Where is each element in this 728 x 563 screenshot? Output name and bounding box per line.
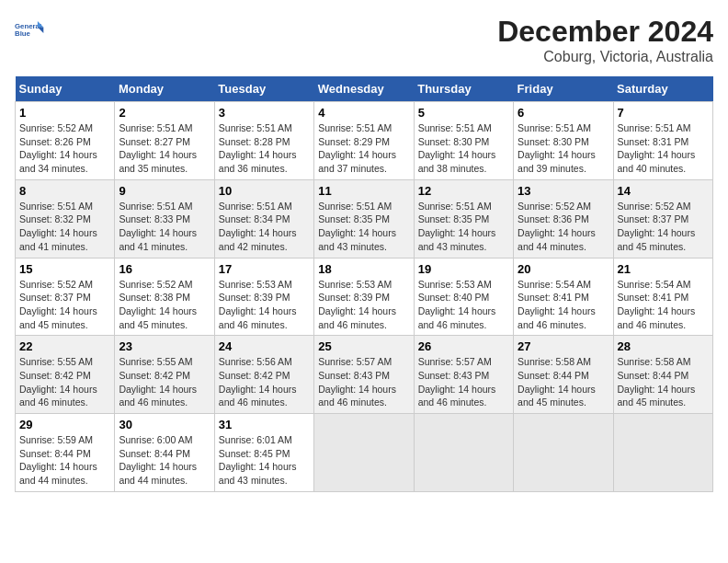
calendar-day-cell: 19Sunrise: 5:53 AM Sunset: 8:40 PM Dayli… [414, 258, 513, 336]
day-number: 14 [618, 184, 709, 198]
day-number: 27 [518, 339, 609, 353]
calendar-day-cell: 10Sunrise: 5:51 AM Sunset: 8:34 PM Dayli… [214, 179, 313, 258]
day-number: 24 [219, 339, 310, 353]
svg-text:Blue: Blue [15, 29, 31, 38]
page-title: December 2024 [497, 15, 713, 49]
day-info: Sunrise: 5:52 AM Sunset: 8:37 PM Dayligh… [19, 278, 110, 332]
day-number: 15 [19, 262, 110, 276]
day-number: 8 [19, 184, 110, 198]
day-number: 20 [518, 262, 609, 276]
day-info: Sunrise: 5:51 AM Sunset: 8:32 PM Dayligh… [19, 200, 110, 254]
day-info: Sunrise: 5:56 AM Sunset: 8:42 PM Dayligh… [219, 355, 310, 409]
calendar-week-row: 1Sunrise: 5:52 AM Sunset: 8:26 PM Daylig… [16, 102, 713, 180]
day-info: Sunrise: 5:58 AM Sunset: 8:44 PM Dayligh… [518, 355, 609, 409]
day-number: 29 [19, 418, 110, 431]
day-number: 28 [618, 339, 709, 353]
day-info: Sunrise: 5:57 AM Sunset: 8:43 PM Dayligh… [318, 355, 409, 409]
page-header: GeneralBlue December 2024 Coburg, Victor… [15, 15, 713, 65]
calendar-day-cell: 24Sunrise: 5:56 AM Sunset: 8:42 PM Dayli… [214, 336, 313, 414]
header-thursday: Thursday [414, 76, 513, 102]
day-info: Sunrise: 5:58 AM Sunset: 8:44 PM Dayligh… [618, 355, 709, 409]
day-info: Sunrise: 5:55 AM Sunset: 8:42 PM Dayligh… [19, 355, 110, 409]
header-saturday: Saturday [613, 76, 712, 102]
day-info: Sunrise: 5:53 AM Sunset: 8:40 PM Dayligh… [418, 278, 509, 332]
calendar-day-cell: 21Sunrise: 5:54 AM Sunset: 8:41 PM Dayli… [613, 258, 712, 336]
logo-icon: GeneralBlue [15, 15, 44, 44]
weekday-header-row: Sunday Monday Tuesday Wednesday Thursday… [16, 76, 713, 102]
calendar-day-cell: 15Sunrise: 5:52 AM Sunset: 8:37 PM Dayli… [16, 258, 115, 336]
calendar-week-row: 22Sunrise: 5:55 AM Sunset: 8:42 PM Dayli… [16, 336, 713, 414]
calendar-day-cell: 26Sunrise: 5:57 AM Sunset: 8:43 PM Dayli… [414, 336, 513, 414]
calendar-day-cell [414, 414, 513, 492]
calendar-day-cell: 28Sunrise: 5:58 AM Sunset: 8:44 PM Dayli… [613, 336, 712, 414]
calendar-week-row: 15Sunrise: 5:52 AM Sunset: 8:37 PM Dayli… [16, 258, 713, 336]
day-info: Sunrise: 5:51 AM Sunset: 8:28 PM Dayligh… [219, 121, 310, 176]
day-number: 19 [418, 262, 509, 276]
calendar-day-cell: 1Sunrise: 5:52 AM Sunset: 8:26 PM Daylig… [16, 102, 115, 180]
calendar-day-cell: 9Sunrise: 5:51 AM Sunset: 8:33 PM Daylig… [115, 179, 214, 258]
day-number: 11 [318, 184, 409, 198]
day-number: 1 [19, 106, 110, 120]
calendar-day-cell: 5Sunrise: 5:51 AM Sunset: 8:30 PM Daylig… [414, 102, 513, 180]
calendar-day-cell: 3Sunrise: 5:51 AM Sunset: 8:28 PM Daylig… [214, 102, 313, 180]
day-info: Sunrise: 5:57 AM Sunset: 8:43 PM Dayligh… [418, 355, 509, 409]
day-number: 21 [618, 262, 709, 276]
day-number: 26 [418, 339, 509, 353]
day-info: Sunrise: 5:52 AM Sunset: 8:38 PM Dayligh… [119, 278, 210, 332]
header-wednesday: Wednesday [314, 76, 414, 102]
calendar-day-cell: 17Sunrise: 5:53 AM Sunset: 8:39 PM Dayli… [214, 258, 313, 336]
calendar-day-cell: 11Sunrise: 5:51 AM Sunset: 8:35 PM Dayli… [314, 179, 414, 258]
calendar-day-cell: 8Sunrise: 5:51 AM Sunset: 8:32 PM Daylig… [16, 179, 115, 258]
calendar-week-row: 8Sunrise: 5:51 AM Sunset: 8:32 PM Daylig… [16, 179, 713, 258]
day-number: 22 [19, 339, 110, 353]
calendar-day-cell: 18Sunrise: 5:53 AM Sunset: 8:39 PM Dayli… [314, 258, 414, 336]
day-number: 4 [318, 106, 409, 120]
day-info: Sunrise: 5:52 AM Sunset: 8:26 PM Dayligh… [19, 121, 110, 176]
day-info: Sunrise: 5:53 AM Sunset: 8:39 PM Dayligh… [219, 278, 310, 332]
calendar-day-cell: 29Sunrise: 5:59 AM Sunset: 8:44 PM Dayli… [16, 414, 115, 492]
day-number: 16 [119, 262, 210, 276]
calendar-day-cell: 25Sunrise: 5:57 AM Sunset: 8:43 PM Dayli… [314, 336, 414, 414]
day-number: 3 [219, 106, 310, 120]
calendar-day-cell: 12Sunrise: 5:51 AM Sunset: 8:35 PM Dayli… [414, 179, 513, 258]
header-monday: Monday [115, 76, 214, 102]
page-subtitle: Coburg, Victoria, Australia [497, 49, 713, 65]
day-info: Sunrise: 6:01 AM Sunset: 8:45 PM Dayligh… [219, 433, 310, 488]
day-number: 13 [518, 184, 609, 198]
day-info: Sunrise: 6:00 AM Sunset: 8:44 PM Dayligh… [119, 433, 210, 488]
calendar-week-row: 29Sunrise: 5:59 AM Sunset: 8:44 PM Dayli… [16, 414, 713, 492]
day-info: Sunrise: 5:55 AM Sunset: 8:42 PM Dayligh… [119, 355, 210, 409]
calendar-day-cell: 13Sunrise: 5:52 AM Sunset: 8:36 PM Dayli… [514, 179, 613, 258]
day-number: 30 [119, 418, 210, 431]
day-info: Sunrise: 5:59 AM Sunset: 8:44 PM Dayligh… [19, 433, 110, 488]
day-number: 12 [418, 184, 509, 198]
day-number: 10 [219, 184, 310, 198]
calendar-day-cell: 20Sunrise: 5:54 AM Sunset: 8:41 PM Dayli… [514, 258, 613, 336]
day-info: Sunrise: 5:51 AM Sunset: 8:30 PM Dayligh… [418, 121, 509, 176]
day-info: Sunrise: 5:51 AM Sunset: 8:31 PM Dayligh… [618, 121, 709, 176]
title-area: December 2024 Coburg, Victoria, Australi… [497, 15, 713, 65]
day-info: Sunrise: 5:53 AM Sunset: 8:39 PM Dayligh… [318, 278, 409, 332]
day-number: 9 [119, 184, 210, 198]
header-friday: Friday [514, 76, 613, 102]
calendar-day-cell: 7Sunrise: 5:51 AM Sunset: 8:31 PM Daylig… [613, 102, 712, 180]
header-sunday: Sunday [16, 76, 115, 102]
calendar-day-cell: 14Sunrise: 5:52 AM Sunset: 8:37 PM Dayli… [613, 179, 712, 258]
day-info: Sunrise: 5:51 AM Sunset: 8:33 PM Dayligh… [119, 200, 210, 254]
day-number: 7 [618, 106, 709, 120]
calendar-day-cell: 27Sunrise: 5:58 AM Sunset: 8:44 PM Dayli… [514, 336, 613, 414]
header-tuesday: Tuesday [214, 76, 313, 102]
day-info: Sunrise: 5:51 AM Sunset: 8:35 PM Dayligh… [418, 200, 509, 254]
day-number: 18 [318, 262, 409, 276]
calendar-day-cell: 22Sunrise: 5:55 AM Sunset: 8:42 PM Dayli… [16, 336, 115, 414]
day-number: 31 [219, 418, 310, 431]
calendar-day-cell [314, 414, 414, 492]
day-info: Sunrise: 5:51 AM Sunset: 8:34 PM Dayligh… [219, 200, 310, 254]
day-info: Sunrise: 5:51 AM Sunset: 8:29 PM Dayligh… [318, 121, 409, 176]
day-info: Sunrise: 5:54 AM Sunset: 8:41 PM Dayligh… [618, 278, 709, 332]
logo: GeneralBlue [15, 15, 44, 44]
day-info: Sunrise: 5:51 AM Sunset: 8:35 PM Dayligh… [318, 200, 409, 254]
calendar-table: Sunday Monday Tuesday Wednesday Thursday… [15, 76, 713, 492]
day-info: Sunrise: 5:52 AM Sunset: 8:37 PM Dayligh… [618, 200, 709, 254]
day-info: Sunrise: 5:52 AM Sunset: 8:36 PM Dayligh… [518, 200, 609, 254]
